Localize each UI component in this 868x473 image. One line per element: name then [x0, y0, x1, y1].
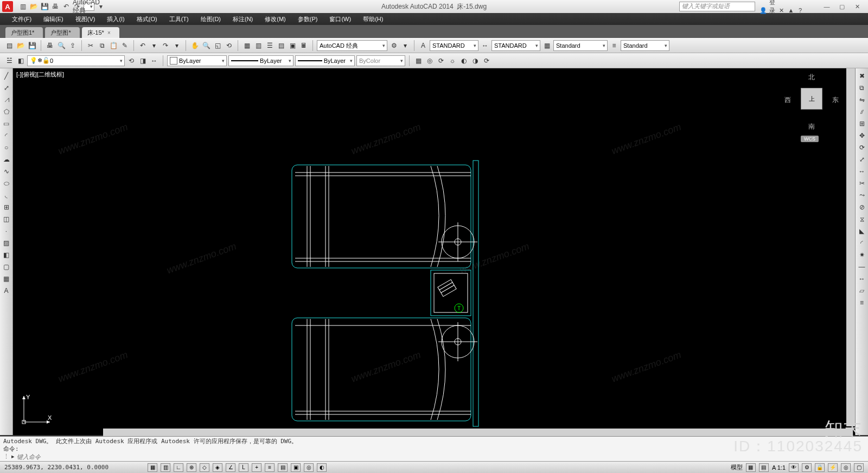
workspace-dropdown[interactable]: AutoCAD 经典 — [84, 2, 94, 11]
list-icon[interactable]: ≡ — [857, 297, 867, 308]
layer-match-icon[interactable]: ↔ — [149, 56, 159, 66]
menu-dim[interactable]: 标注(N) — [227, 14, 258, 24]
command-input[interactable] — [17, 453, 180, 460]
layer-mgr-icon[interactable]: ☱ — [4, 56, 14, 66]
3dorbit-icon[interactable]: ⟳ — [436, 56, 446, 66]
exchange-icon[interactable]: ✕ — [778, 7, 786, 14]
menu-insert[interactable]: 插入(I) — [101, 14, 130, 24]
new-icon[interactable]: ▤ — [4, 41, 14, 50]
viewcube-west[interactable]: 西 — [784, 95, 791, 105]
match-icon[interactable]: ✎ — [120, 41, 130, 50]
hatch-icon[interactable]: ▨ — [1, 238, 12, 248]
horizontal-scrollbar[interactable] — [103, 429, 853, 436]
erase-icon[interactable]: ✖ — [857, 71, 867, 81]
doc-tab-2[interactable]: 床-15*× — [82, 27, 119, 38]
menu-format[interactable]: 格式(O) — [131, 14, 163, 24]
insert-icon[interactable]: ⊞ — [1, 202, 12, 213]
mtext-icon[interactable]: A — [1, 285, 12, 296]
chamfer-icon[interactable]: ◣ — [857, 226, 867, 237]
polar-toggle[interactable]: ⊕ — [187, 463, 196, 472]
menu-help[interactable]: 帮助(H) — [358, 14, 388, 24]
line-icon[interactable]: ╱ — [1, 71, 12, 81]
circle-icon[interactable]: ○ — [1, 142, 12, 153]
render-icon[interactable]: ☼ — [448, 56, 457, 66]
quicklayout-icon[interactable]: ▤ — [759, 463, 769, 472]
tpy-toggle[interactable]: ▤ — [278, 463, 288, 472]
point-icon[interactable]: · — [1, 226, 12, 237]
view-cube[interactable]: 北 南 东 西 上 WCS — [784, 73, 839, 138]
model-indicator[interactable]: 模型 — [731, 463, 743, 471]
gradient-icon[interactable]: ◧ — [1, 250, 12, 260]
snap-toggle[interactable]: ▦ — [148, 463, 157, 472]
textstyle-icon[interactable]: A — [418, 41, 428, 50]
lock-ui-icon[interactable]: 🔒 — [815, 463, 825, 472]
xline-icon[interactable]: ⤢ — [1, 82, 12, 93]
layer-state-icon[interactable]: ◧ — [16, 56, 25, 66]
tablestyle-icon[interactable]: ▦ — [542, 41, 552, 50]
block-icon[interactable]: ◫ — [1, 214, 12, 225]
wcs-badge[interactable]: WCS — [801, 136, 819, 142]
viewcube-face[interactable]: 上 — [801, 88, 822, 110]
plotstyle-selector[interactable]: ByColor — [356, 55, 405, 66]
ml-style-selector[interactable]: Standard — [621, 40, 669, 51]
clean-scr-icon[interactable]: ▢ — [854, 463, 864, 472]
undo-icon[interactable]: ↶ — [138, 41, 148, 50]
region-icon[interactable]: ▢ — [1, 261, 12, 272]
layer-prev-icon[interactable]: ⟲ — [126, 56, 136, 66]
workspace-selector[interactable]: AutoCAD 经典 — [317, 40, 387, 51]
zoom-win-icon[interactable]: ◱ — [213, 41, 222, 50]
a360-icon[interactable]: ▲ — [787, 7, 795, 14]
ellipse-icon[interactable]: ⬭ — [1, 178, 12, 189]
save-icon[interactable]: 💾 — [40, 2, 49, 11]
linetype-selector[interactable]: ByLayer — [228, 55, 293, 66]
area-icon[interactable]: ▱ — [857, 285, 867, 296]
spline-icon[interactable]: ∿ — [1, 166, 12, 177]
signin-icon[interactable]: 👤 — [760, 7, 767, 14]
sc-toggle[interactable]: ◎ — [304, 463, 314, 472]
signin-label[interactable]: 登录 — [769, 0, 776, 15]
maximize-button[interactable]: ▢ — [834, 2, 850, 11]
menu-draw[interactable]: 绘图(D) — [195, 14, 226, 24]
layer-iso-icon[interactable]: ◨ — [138, 56, 148, 66]
grid-toggle[interactable]: ▥ — [161, 463, 170, 472]
hardware-icon[interactable]: ⚡ — [828, 463, 838, 472]
help-search-input[interactable]: 键入关键字或短语 — [679, 2, 755, 11]
dyn-toggle[interactable]: + — [252, 463, 261, 472]
arc-icon[interactable]: ◜ — [1, 130, 12, 141]
dim-style-selector[interactable]: STANDARD — [492, 40, 540, 51]
new-icon[interactable]: ▥ — [18, 2, 27, 11]
help-icon[interactable]: ? — [796, 7, 804, 14]
toolpal-icon[interactable]: ☰ — [265, 41, 275, 50]
am-toggle[interactable]: ◐ — [317, 463, 327, 472]
redo-icon[interactable]: ↷ — [161, 41, 170, 50]
break-icon[interactable]: ⊘ — [857, 202, 867, 213]
3dosnap-toggle[interactable]: ◈ — [213, 463, 222, 472]
stretch-icon[interactable]: ↔ — [857, 166, 867, 177]
sheet-icon[interactable]: ▤ — [276, 41, 286, 50]
app-logo[interactable]: A — [2, 1, 13, 12]
cut-icon[interactable]: ✂ — [86, 41, 95, 50]
hide-icon[interactable]: ◐ — [459, 56, 469, 66]
cmd-handle-icon[interactable]: ⋮ — [3, 453, 9, 460]
regen-icon[interactable]: ⟳ — [482, 56, 492, 66]
drawing-canvas[interactable]: [-][俯视][二维线框] — [13, 68, 855, 435]
text-style-selector[interactable]: STANDARD — [430, 40, 478, 51]
doc-tab-0[interactable]: 户型图1* — [5, 27, 43, 38]
lineweight-selector[interactable]: ByLayer — [295, 55, 355, 66]
vertical-scrollbar[interactable] — [846, 68, 855, 426]
props-icon[interactable]: ▦ — [242, 41, 252, 50]
pan-icon[interactable]: ✋ — [190, 41, 200, 50]
qcalc-icon[interactable]: 🖩 — [299, 41, 309, 50]
ws-settings-icon[interactable]: ⚙ — [389, 41, 399, 50]
extend-icon[interactable]: ⤳ — [857, 190, 867, 201]
menu-tools[interactable]: 工具(T) — [164, 14, 194, 24]
copy-obj-icon[interactable]: ⧉ — [857, 82, 867, 93]
layer-selector[interactable]: 💡 ❄ 🔓 0 — [27, 55, 125, 66]
explode-icon[interactable]: ✷ — [857, 250, 867, 260]
viewcube-north[interactable]: 北 — [808, 73, 815, 82]
close-button[interactable]: ✕ — [850, 2, 865, 11]
menu-window[interactable]: 窗口(W) — [324, 14, 356, 24]
save-icon[interactable]: 💾 — [27, 41, 37, 50]
paste-icon[interactable]: 📋 — [108, 41, 118, 50]
undo-dd-icon[interactable]: ▾ — [149, 41, 159, 50]
